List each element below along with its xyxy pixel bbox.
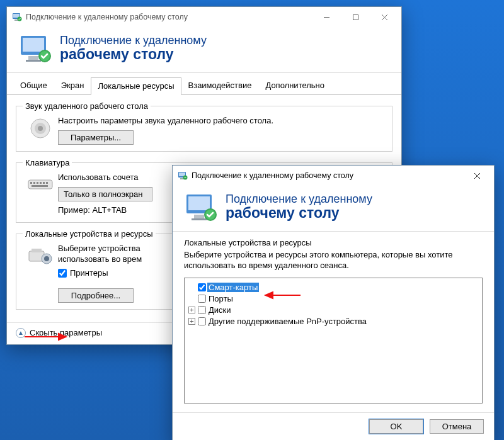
expand-icon[interactable]: + (188, 307, 195, 313)
tree-cb-pnp[interactable] (198, 317, 206, 325)
audio-settings-button[interactable]: Параметры... (58, 130, 134, 145)
group-keyboard-legend: Клавиатура (23, 158, 72, 167)
tree-cb-smartcards[interactable] (198, 283, 206, 291)
svg-rect-11 (26, 60, 41, 62)
main-title: Подключение к удаленному рабочему столу (26, 13, 312, 21)
tab-advanced[interactable]: Дополнительно (258, 77, 331, 94)
speaker-icon (23, 116, 58, 145)
sub-group-label: Локальные устройства и ресурсы (184, 238, 483, 247)
sub-brand-header: Подключение к удаленному рабочему столу (173, 186, 494, 232)
svg-rect-20 (37, 182, 38, 184)
close-button[interactable] (370, 8, 399, 26)
sub-titlebar: Подключение к удаленному рабочему столу (173, 166, 494, 186)
collapse-label: Скрыть параметры (30, 328, 102, 337)
main-brand-header: Подключение к удаленному рабочему столу (7, 27, 401, 73)
svg-rect-19 (33, 182, 35, 184)
svg-point-16 (38, 126, 43, 131)
sub-group-desc: Выберите устройства и ресурсы этого комп… (184, 250, 483, 271)
keyboard-mode-select[interactable]: Только в полноэкран (58, 187, 152, 201)
tabs: Общие Экран Локальные ресурсы Взаимодейс… (7, 73, 401, 95)
rdp-app-icon (12, 12, 22, 22)
svg-rect-9 (23, 38, 44, 52)
svg-rect-17 (28, 180, 52, 189)
svg-point-28 (44, 256, 49, 261)
tab-experience[interactable]: Взаимодействие (181, 77, 259, 94)
expand-icon[interactable]: + (188, 318, 195, 325)
tree-cb-ports[interactable] (198, 295, 206, 303)
tree-item-pnp[interactable]: + Другие поддерживаемые PnP-устройства (188, 316, 478, 327)
tab-display[interactable]: Экран (54, 77, 91, 94)
svg-rect-39 (192, 218, 207, 220)
chevron-up-icon: ▲ (16, 328, 26, 338)
svg-rect-18 (30, 182, 32, 184)
brand-line2: рабочему столу (60, 46, 207, 63)
more-devices-button[interactable]: Подробнее... (58, 288, 134, 303)
svg-rect-10 (28, 56, 38, 60)
tree-item-ports[interactable]: Порты (188, 293, 478, 305)
minimize-button[interactable] (312, 8, 341, 26)
svg-rect-23 (46, 182, 48, 184)
device-tree[interactable]: Смарт-карты Порты + Диски + Другие подде… (184, 278, 483, 403)
svg-rect-22 (43, 182, 45, 184)
svg-rect-21 (40, 182, 42, 184)
tree-item-smartcards[interactable]: Смарт-карты (188, 282, 478, 293)
rdp-app-icon (178, 171, 188, 181)
sub-brand-line1: Подключение к удаленному (226, 193, 372, 206)
brand-line1: Подключение к удаленному (60, 34, 207, 47)
devices-icon (23, 244, 58, 303)
rdp-devices-subdialog: Подключение к удаленному рабочему столу … (172, 165, 495, 440)
tree-label-pnp: Другие поддерживаемые PnP-устройства (207, 317, 368, 326)
tree-label-smartcards: Смарт-карты (207, 283, 259, 292)
group-audio: Звук удаленного рабочего стола Настроить… (16, 101, 392, 152)
printers-checkbox[interactable]: Принтеры (58, 268, 108, 278)
tree-label-drives: Диски (207, 305, 232, 315)
audio-desc: Настроить параметры звука удаленного раб… (58, 116, 386, 127)
keyboard-icon (23, 172, 58, 216)
svg-rect-26 (32, 249, 42, 252)
tree-label-ports: Порты (207, 294, 234, 303)
main-titlebar: Подключение к удаленному рабочему столу (7, 7, 401, 27)
svg-rect-37 (188, 196, 210, 210)
svg-rect-5 (353, 14, 358, 20)
printers-checkbox-input[interactable] (58, 269, 67, 278)
group-devices-legend: Локальные устройства и ресурсы (23, 229, 156, 239)
tree-cb-drives[interactable] (198, 306, 206, 314)
maximize-button[interactable] (341, 8, 370, 26)
tree-item-drives[interactable]: + Диски (188, 305, 478, 316)
group-audio-legend: Звук удаленного рабочего стола (23, 101, 151, 111)
svg-rect-24 (32, 185, 48, 187)
printers-label: Принтеры (70, 268, 108, 278)
svg-rect-38 (194, 215, 204, 218)
tab-local-resources[interactable]: Локальные ресурсы (91, 77, 181, 95)
sub-close-button[interactable] (462, 166, 491, 185)
watermark: PachvaraPetrovna для forum.onliner.by (0, 426, 504, 440)
sub-brand-line2: рабочему столу (226, 205, 372, 222)
tab-general[interactable]: Общие (13, 77, 54, 94)
sub-title: Подключение к удаленному рабочему столу (192, 171, 462, 180)
rdp-brand-icon (185, 192, 218, 222)
rdp-brand-icon (20, 33, 52, 64)
